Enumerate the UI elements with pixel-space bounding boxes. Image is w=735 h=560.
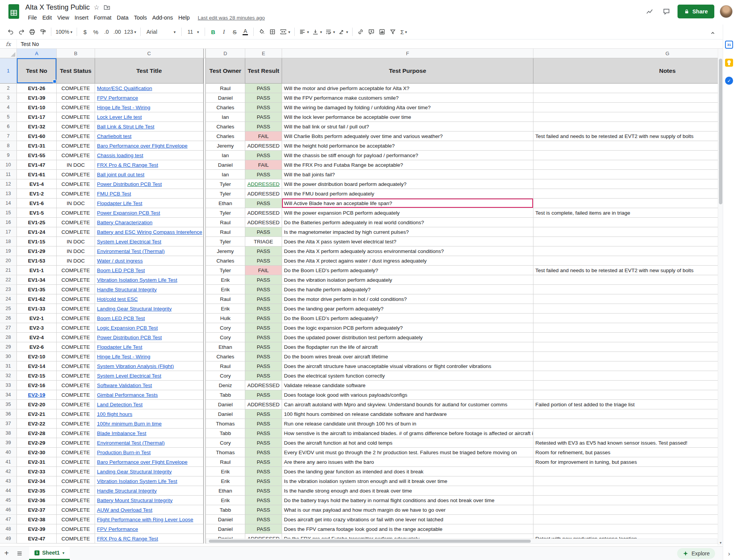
row-header[interactable]: 14 <box>0 199 17 208</box>
font-select[interactable]: Arial▾ <box>143 26 179 37</box>
row-header[interactable]: 37 <box>0 419 17 429</box>
row-header[interactable]: 29 <box>0 342 17 352</box>
cell-notes[interactable] <box>533 227 724 237</box>
cell-test-no[interactable]: EV1-33 <box>17 304 57 314</box>
cell-test-owner[interactable]: Erik <box>206 304 245 314</box>
cell-test-no[interactable]: EV1-60 <box>17 131 57 141</box>
row-header[interactable]: 17 <box>0 227 17 237</box>
insert-link-button[interactable] <box>355 26 366 37</box>
cell-test-title[interactable]: Power Distribution PCB Test <box>95 179 203 189</box>
cell-test-owner[interactable]: Hulk <box>206 314 245 323</box>
cell-test-no[interactable]: EV1-53 <box>17 256 57 266</box>
cell-test-status[interactable]: COMPLETE <box>57 304 95 314</box>
cell-test-no[interactable]: EV2-38 <box>17 515 57 524</box>
cell-test-title[interactable]: Flight Performance with Ring Lever Loose <box>95 515 203 524</box>
cell-notes[interactable]: Test failed and needs to be retested at … <box>533 266 724 275</box>
cell-test-no[interactable]: EV2-4 <box>17 333 57 342</box>
cell-test-owner[interactable]: Erik <box>206 476 245 486</box>
cell-test-purpose[interactable]: Does the updated power distribution test… <box>282 333 533 342</box>
cell-notes[interactable] <box>533 103 724 112</box>
row-header[interactable]: 49 <box>0 534 17 544</box>
cell-test-no[interactable]: EV2-34 <box>17 476 57 486</box>
cell-test-title[interactable]: Charliebolt test <box>95 131 203 141</box>
menu-help[interactable]: Help <box>176 14 192 21</box>
cell-notes[interactable] <box>533 515 724 524</box>
menu-view[interactable]: View <box>54 14 72 21</box>
row-header[interactable]: 12 <box>0 179 17 189</box>
cell-header-test-title[interactable]: Test Title <box>95 58 203 84</box>
cell-test-status[interactable]: COMPLETE <box>57 93 95 103</box>
strikethrough-button[interactable]: S <box>229 26 240 37</box>
cell-test-no[interactable]: EV2-47 <box>17 534 57 544</box>
cell-test-owner[interactable]: Cory <box>206 371 245 381</box>
cell-notes[interactable] <box>533 314 724 323</box>
tasks-icon[interactable]: ✓ <box>725 77 733 85</box>
cell-test-status[interactable]: IN DOC <box>57 256 95 266</box>
cell-notes[interactable] <box>533 352 724 361</box>
cell-test-owner[interactable]: Tyler <box>206 179 245 189</box>
cell-test-result[interactable]: PASS <box>245 84 282 93</box>
cell-test-result[interactable]: FAIL <box>245 266 282 275</box>
cell-test-no[interactable]: EV1-29 <box>17 246 57 256</box>
cell-test-owner[interactable]: Erik <box>206 275 245 285</box>
cell-notes[interactable] <box>533 371 724 381</box>
cell-notes[interactable] <box>533 496 724 505</box>
cell-test-no[interactable]: EV2-28 <box>17 429 57 438</box>
cell-test-result[interactable]: PASS <box>245 515 282 524</box>
cell-test-status[interactable]: IN DOC <box>57 237 95 246</box>
cell-test-no[interactable]: EV1-62 <box>17 294 57 304</box>
cell-test-no[interactable]: EV2-31 <box>17 457 57 467</box>
cell-test-result[interactable]: PASS <box>245 275 282 285</box>
insert-comment-button[interactable] <box>366 26 377 37</box>
cell-test-status[interactable]: COMPLETE <box>57 122 95 131</box>
cell-test-result[interactable]: PASS <box>245 151 282 160</box>
cell-test-purpose[interactable]: Does the aircraft function at hot and co… <box>282 438 533 448</box>
cell-test-no[interactable]: EV1-15 <box>17 237 57 246</box>
cell-notes[interactable] <box>533 409 724 419</box>
menu-format[interactable]: Format <box>91 14 114 21</box>
cell-test-purpose[interactable]: Will the height hold performance be acce… <box>282 141 533 151</box>
cell-test-result[interactable]: PASS <box>245 227 282 237</box>
row-header[interactable]: 16 <box>0 218 17 227</box>
row-header[interactable]: 22 <box>0 275 17 285</box>
cell-notes[interactable] <box>533 246 724 256</box>
cell-test-owner[interactable]: Erik <box>206 467 245 476</box>
row-header[interactable]: 35 <box>0 400 17 409</box>
cell-test-title[interactable]: System Vibration Analysis (Flight) <box>95 361 203 371</box>
cell-test-purpose[interactable]: Does the landing gear perform adequately… <box>282 304 533 314</box>
zoom-select[interactable]: 100%▾ <box>54 26 74 37</box>
cell-notes[interactable] <box>533 467 724 476</box>
row-header[interactable]: 3 <box>0 93 17 103</box>
column-header-b[interactable]: B <box>57 49 95 58</box>
cell-test-result[interactable]: PASS <box>245 361 282 371</box>
cell-test-result[interactable]: PASS <box>245 122 282 131</box>
row-header[interactable]: 43 <box>0 476 17 486</box>
cell-test-no[interactable]: EV2-14 <box>17 361 57 371</box>
cell-test-owner[interactable]: Charles <box>206 352 245 361</box>
cell-notes[interactable] <box>533 285 724 294</box>
row-header[interactable]: 9 <box>0 151 17 160</box>
cell-test-no[interactable]: EV2-29 <box>17 438 57 448</box>
cell-test-status[interactable]: COMPLETE <box>57 515 95 524</box>
row-header[interactable]: 11 <box>0 170 17 179</box>
cell-test-purpose[interactable]: Does the Alta X protect agains water / d… <box>282 256 533 266</box>
cell-test-purpose[interactable]: Will the power distribution board perfor… <box>282 179 533 189</box>
cell-test-no[interactable]: EV2-15 <box>17 371 57 381</box>
cell-test-result[interactable]: PASS <box>245 371 282 381</box>
row-header[interactable]: 27 <box>0 323 17 333</box>
cell-test-title[interactable]: Motor/ESC Qualification <box>95 84 203 93</box>
italic-button[interactable]: I <box>218 26 229 37</box>
cell-test-result[interactable]: ADDRESSED <box>245 381 282 390</box>
menu-edit[interactable]: Edit <box>39 14 54 21</box>
cell-test-title[interactable]: Environmental Test (Thermal) <box>95 246 203 256</box>
cell-test-status[interactable]: COMPLETE <box>57 342 95 352</box>
cell-test-status[interactable]: COMPLETE <box>57 285 95 294</box>
cell-test-no[interactable]: EV1-1 <box>17 266 57 275</box>
cell-test-title[interactable]: Hinge Life Test - Wiring <box>95 352 203 361</box>
cell-test-owner[interactable]: Ian <box>206 170 245 179</box>
menu-insert[interactable]: Insert <box>72 14 91 21</box>
cell-test-purpose[interactable]: Does the aircraft structure have unaccep… <box>282 361 533 371</box>
row-header[interactable]: 1 <box>0 58 17 84</box>
cell-test-status[interactable]: COMPLETE <box>57 84 95 93</box>
row-header[interactable]: 48 <box>0 524 17 534</box>
